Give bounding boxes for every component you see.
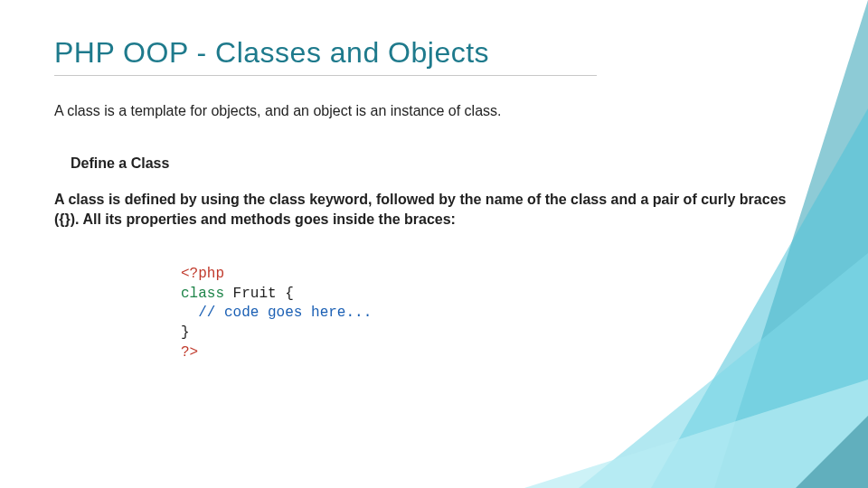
- code-line-1: <?php: [181, 266, 224, 282]
- code-class-name: Fruit {: [224, 286, 294, 302]
- intro-text: A class is a template for objects, and a…: [54, 103, 814, 119]
- code-line-5: ?>: [181, 344, 198, 361]
- section-heading: Define a Class: [71, 155, 814, 172]
- svg-marker-4: [796, 416, 868, 488]
- code-keyword-class: class: [181, 286, 224, 302]
- section-text: A class is defined by using the class ke…: [54, 190, 796, 229]
- svg-marker-3: [524, 380, 868, 488]
- code-block: <?php class Fruit { // code goes here...…: [181, 265, 814, 362]
- code-comment: // code goes here...: [181, 305, 372, 321]
- page-title: PHP OOP - Classes and Objects: [54, 36, 814, 70]
- title-underline: [54, 75, 597, 76]
- code-close-brace: }: [181, 324, 190, 341]
